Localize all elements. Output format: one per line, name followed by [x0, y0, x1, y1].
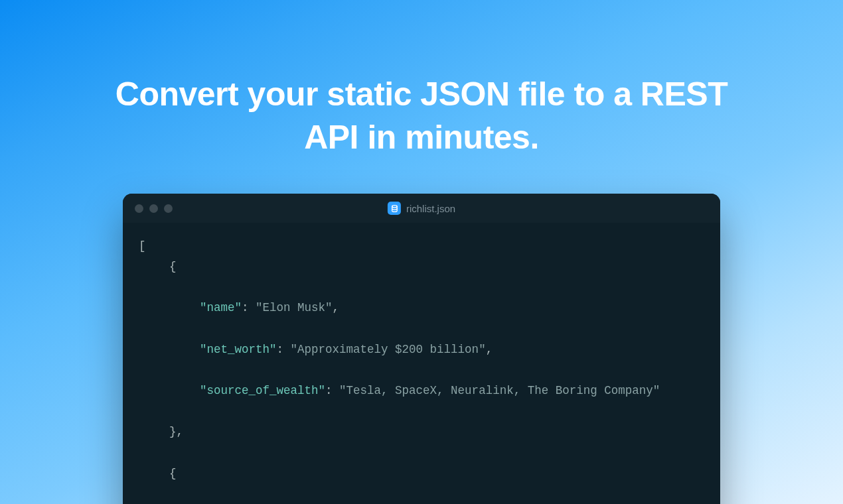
minimize-icon[interactable] [149, 204, 158, 213]
code-token: , [333, 301, 340, 314]
editor-filename: richlist.json [406, 203, 455, 214]
code-token: " [200, 343, 207, 356]
code-token: " [339, 384, 346, 397]
code-token: " [653, 384, 660, 397]
headline: Convert your static JSON file to a REST … [96, 0, 747, 159]
code-token: " [269, 343, 277, 356]
file-json-icon [388, 202, 401, 215]
code-token: " [256, 301, 263, 314]
svg-point-0 [392, 205, 397, 207]
editor-titlebar: richlist.json [123, 194, 720, 223]
maximize-icon[interactable] [164, 204, 173, 213]
code-token: " [325, 301, 333, 314]
code-editor-window: richlist.json [ { "name": "Elon Musk", "… [123, 194, 720, 504]
window-controls [135, 204, 173, 213]
editor-title: richlist.json [388, 202, 455, 215]
code-token: " [319, 384, 326, 397]
code-token: { [169, 467, 177, 480]
code-string: Approximately $200 billion [297, 343, 479, 356]
code-token: }, [169, 425, 183, 438]
code-token: : [242, 301, 256, 314]
code-token: " [291, 343, 298, 356]
code-token: , [486, 343, 493, 356]
code-token: " [235, 301, 242, 314]
code-token: " [200, 301, 207, 314]
close-icon[interactable] [135, 204, 143, 213]
code-string: Elon Musk [263, 301, 326, 314]
code-key: name [207, 301, 235, 314]
code-token: " [200, 384, 207, 397]
code-token: : [277, 343, 291, 356]
code-content: [ { "name": "Elon Musk", "net_worth": "A… [123, 223, 720, 504]
code-string: Tesla, SpaceX, Neuralink, The Boring Com… [346, 384, 653, 397]
code-key: net_worth [207, 343, 270, 356]
code-token: : [325, 384, 339, 397]
code-key: source_of_wealth [207, 384, 319, 397]
code-token: { [169, 260, 177, 273]
code-token: " [479, 343, 486, 356]
code-token: [ [139, 239, 146, 253]
